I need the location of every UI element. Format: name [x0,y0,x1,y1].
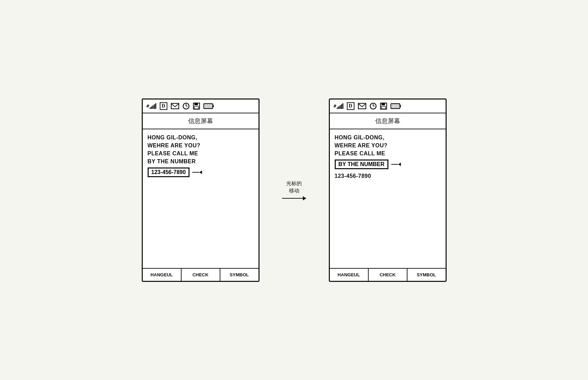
message-text-right: HONG GIL-DONG, WEHRE ARE YOU? PLEASE CAL… [335,133,441,158]
hangeul-button-left[interactable]: HANGEUL [143,269,182,281]
screen-title-left: 信息屏幕 [143,113,258,129]
toolbar-right: HANGEUL CHECK SYMBOL [330,268,446,281]
highlighted-number-left: 123-456-7890 [148,167,190,177]
floppy-icon-right [380,103,387,110]
status-bar-right: D [330,100,446,113]
highlighted-text-right: BY THE NUMBER [335,159,388,169]
check-button-left[interactable]: CHECK [182,269,220,281]
message-area-left: HONG GIL-DONG, WEHRE ARE YOU? PLEASE CAL… [143,129,258,268]
svg-rect-0 [171,103,179,109]
svg-rect-11 [358,103,366,109]
message-line-2: WEHRE ARE YOU? [148,141,254,149]
sub-text-right: 123-456-7890 [335,172,441,180]
cursor-arrow-right [391,163,401,166]
highlighted-row-left: 123-456-7890 [148,167,254,178]
antenna-signal-icon [147,103,156,109]
arrow-head [303,196,306,200]
toolbar-left: HANGEUL CHECK SYMBOL [143,268,258,281]
svg-rect-5 [194,103,198,105]
message-line-r2: WEHRE ARE YOU? [335,141,441,149]
svg-rect-19 [400,105,401,107]
message-line-r1: HONG GIL-DONG, [335,133,441,141]
mail-icon-right [358,103,366,109]
antenna-signal-icon-right [334,103,343,109]
symbol-button-left[interactable]: SYMBOL [220,269,258,281]
svg-rect-10 [204,104,212,108]
svg-rect-6 [194,106,199,109]
battery-icon [203,103,214,109]
message-line-r3: PLEASE CALL ME [335,149,441,157]
message-line-1: HONG GIL-DONG, [148,133,254,141]
floppy-icon [193,103,200,110]
status-bar-left: D [143,100,258,113]
battery-icon-right [390,103,402,109]
transition-indicator: 光标的 移动 [280,180,308,200]
phone-left: D [142,98,260,282]
highlighted-row-right: BY THE NUMBER [335,159,441,170]
hangeul-button-right[interactable]: HANGEUL [330,269,369,281]
screen-title-right: 信息屏幕 [330,113,446,129]
transition-label: 光标的 移动 [286,180,302,194]
svg-rect-17 [381,106,386,109]
check-button-right[interactable]: CHECK [369,269,407,281]
cursor-arrow-left [192,171,202,174]
d-box-icon-right: D [347,102,354,110]
svg-rect-21 [392,104,399,108]
message-area-right: HONG GIL-DONG, WEHRE ARE YOU? PLEASE CAL… [330,129,446,268]
svg-rect-16 [381,103,385,105]
message-text-left: HONG GIL-DONG, WEHRE ARE YOU? PLEASE CAL… [148,133,254,166]
scene: D [128,85,460,296]
clock-icon-right [370,103,377,110]
transition-arrow-graphic [282,196,306,200]
svg-rect-8 [213,105,214,107]
symbol-button-right[interactable]: SYMBOL [407,269,446,281]
phone-right: D [329,98,447,282]
clock-icon [183,103,190,110]
message-line-3: PLEASE CALL ME [148,149,254,157]
mail-icon [171,103,179,109]
message-line-4: BY THE NUMBER [148,157,254,165]
arrow-stem [282,198,303,199]
d-box-icon: D [160,102,167,110]
